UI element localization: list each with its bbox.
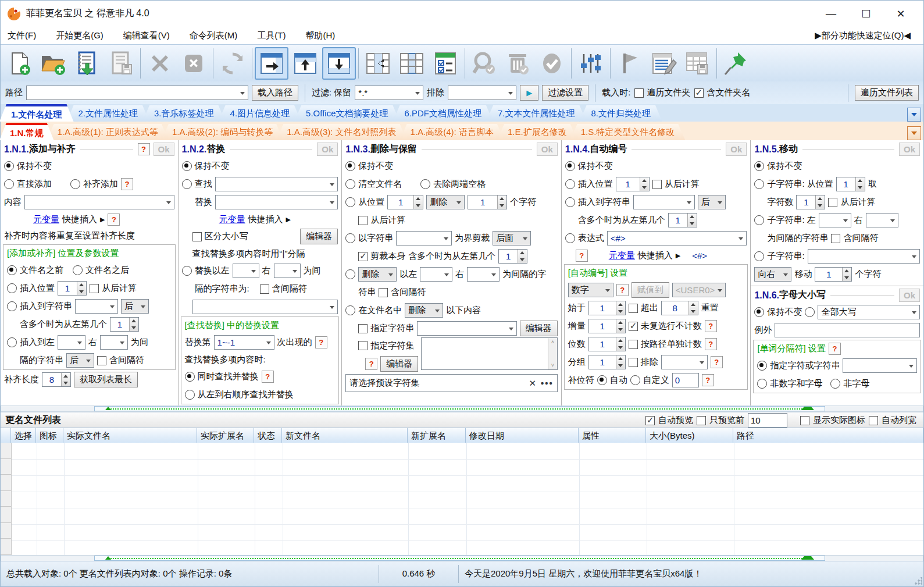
p4-incr-spinner[interactable]: 1	[588, 319, 626, 333]
p1-from-end-checkbox[interactable]	[90, 284, 99, 293]
panel3-ok-button[interactable]: Ok	[537, 143, 558, 156]
p5-from-end-checkbox[interactable]	[828, 198, 837, 207]
p1-multi-spinner[interactable]: 1	[110, 317, 139, 332]
p1-pad-add-radio[interactable]	[70, 179, 80, 189]
p1-keep-radio[interactable]	[4, 161, 14, 171]
p4-expr-help[interactable]: ?	[576, 250, 588, 262]
refresh-icon[interactable]	[216, 47, 249, 80]
p3-between-radio[interactable]	[345, 269, 355, 279]
p4-insert-str-combobox[interactable]	[633, 195, 695, 209]
col-new-ext[interactable]: 新扩展名	[408, 428, 466, 443]
preview-first-checkbox[interactable]	[697, 416, 706, 425]
trash-check-icon[interactable]	[501, 47, 535, 80]
p5-right-combobox[interactable]	[866, 213, 898, 227]
edit-table-icon[interactable]	[647, 47, 680, 80]
p5-substr-radio[interactable]	[754, 251, 764, 261]
open-folder-add-icon[interactable]	[37, 47, 70, 80]
p3-bystring-combobox[interactable]	[396, 231, 452, 246]
p2-nth-combobox[interactable]: 1~-1	[214, 335, 274, 350]
save-list-icon[interactable]	[104, 47, 138, 80]
p1-after-option-combobox[interactable]: 后	[121, 299, 149, 314]
col-actual-name[interactable]: 实际文件名	[63, 428, 197, 443]
p2-nth-help[interactable]: ?	[315, 336, 327, 348]
p4-insert-str-radio[interactable]	[565, 197, 575, 207]
p4-custom-input[interactable]: 0	[672, 373, 699, 387]
p3-spec-string-combobox[interactable]	[417, 321, 517, 336]
p4-metavar-link[interactable]: 元变量	[609, 250, 635, 261]
p5-move-spinner[interactable]: 1	[815, 267, 852, 282]
p2-between-value-combobox[interactable]	[192, 300, 338, 314]
p3-crop-side-combobox[interactable]: 后面	[493, 231, 531, 246]
p4-after-combobox[interactable]: 后	[698, 195, 726, 209]
col-size[interactable]: 大小(Bytes)	[646, 428, 733, 443]
p3-charset-help[interactable]: ?	[365, 358, 377, 370]
p4-skip-help[interactable]: ?	[705, 320, 717, 332]
p4-exclude-combobox[interactable]	[661, 355, 708, 369]
p4-type-help[interactable]: ?	[616, 284, 629, 296]
pin-icon[interactable]	[719, 47, 753, 80]
p1-insert-str-radio[interactable]	[7, 301, 17, 311]
layout-right-icon[interactable]	[255, 47, 288, 80]
sub-tabs-overflow-icon[interactable]	[907, 126, 921, 140]
col-new-name[interactable]: 新文件名	[282, 428, 408, 443]
p1-insert-pos-radio[interactable]	[7, 283, 17, 293]
p1-after-radio[interactable]	[73, 265, 83, 275]
menu-tools[interactable]: 工具(T)	[257, 30, 286, 41]
p3-preset-clear-icon[interactable]: ✕	[529, 378, 536, 389]
path-combobox[interactable]	[26, 86, 248, 100]
p4-group-spinner[interactable]: 1	[588, 355, 626, 369]
p4-assign-target-combobox[interactable]: <USER0>	[672, 283, 726, 297]
maximize-button[interactable]: ☐	[857, 5, 875, 23]
p3-clear-radio[interactable]	[345, 179, 355, 189]
tab-adv-regex[interactable]: 1.A.高级(1): 正则表达式等	[47, 124, 169, 140]
p1-pad-len-spinner[interactable]: 8	[42, 372, 71, 387]
p5-direction-combobox[interactable]: 向右	[754, 267, 791, 282]
include-folder-name-checkbox[interactable]	[694, 88, 704, 98]
p4-multi-spinner[interactable]: 1	[668, 213, 697, 227]
p2-metavar-link[interactable]: 元变量	[219, 214, 245, 225]
p3-incl-sep-checkbox[interactable]	[379, 288, 388, 297]
panel1-help-button[interactable]: ?	[138, 143, 150, 155]
apply-filter-icon[interactable]: ▶	[520, 85, 538, 101]
p1-incl-sep-checkbox[interactable]	[97, 356, 106, 365]
p1-get-longest-button[interactable]: 获取列表最长	[74, 372, 138, 387]
minimize-button[interactable]: —	[822, 5, 840, 23]
show-icons-checkbox[interactable]	[800, 416, 809, 425]
p3-editor-button[interactable]: 编辑器	[520, 321, 558, 336]
p4-assign-button[interactable]: 赋值到	[632, 282, 669, 298]
panel6-ok-button[interactable]: Ok	[899, 289, 920, 302]
tab-adv-encoding[interactable]: 1.A.高级(2): 编码与转换等	[162, 124, 283, 140]
panel1-ok-button[interactable]: Ok	[154, 143, 174, 156]
p1-insert-between-radio[interactable]	[7, 337, 17, 347]
menu-start-rename[interactable]: 开始更名(G)	[56, 30, 104, 41]
close-button[interactable]: ✕	[892, 5, 909, 23]
column-move-left-icon[interactable]	[361, 47, 395, 80]
p3-inname-radio[interactable]	[345, 305, 355, 315]
menu-edit-view[interactable]: 编辑查看(V)	[123, 30, 170, 41]
quick-locate-menu[interactable]: ▶部分功能快速定位(Q)◀	[815, 30, 916, 41]
p4-custom-radio[interactable]	[630, 375, 640, 385]
p3-inname-del-combobox[interactable]: 删除	[405, 303, 443, 318]
p3-spec-string-checkbox[interactable]	[358, 324, 368, 333]
p5-substr-between-radio[interactable]	[754, 215, 764, 225]
p6-non-alnum-radio[interactable]	[757, 379, 767, 389]
layout-up-icon[interactable]	[288, 47, 322, 80]
tab-pdf-attrs[interactable]: 6.PDF文档属性处理	[393, 105, 493, 122]
p2-simul-help[interactable]: ?	[262, 371, 274, 383]
tab-adv-script[interactable]: 1.A.高级(4): 语言脚本	[400, 124, 504, 140]
p5-substr-combobox[interactable]	[808, 249, 920, 264]
tab-music-tags[interactable]: 3.音乐标签处理	[142, 105, 226, 122]
menu-command-list[interactable]: 命令列表(M)	[190, 30, 238, 41]
check-all-icon[interactable]	[535, 47, 569, 80]
file-table-body[interactable]	[1, 443, 923, 555]
p6-spec-char-radio[interactable]	[757, 361, 767, 371]
p4-keep-radio[interactable]	[565, 161, 575, 171]
menu-file[interactable]: 文件(F)	[8, 30, 36, 41]
traverse-file-list-button[interactable]: 遍历文件列表	[855, 85, 919, 101]
p5-substr-pos-radio[interactable]	[754, 179, 764, 189]
p2-keep-radio[interactable]	[182, 161, 192, 171]
column-select-icon[interactable]	[395, 47, 429, 80]
p3-preset-more-icon[interactable]: •••	[541, 378, 554, 388]
p1-right-combobox[interactable]	[100, 335, 128, 350]
p3-right-combobox[interactable]	[467, 267, 500, 282]
